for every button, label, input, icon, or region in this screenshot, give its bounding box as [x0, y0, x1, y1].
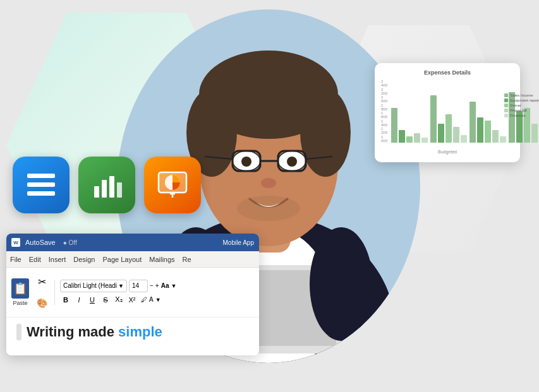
bar-3-2 — [477, 117, 483, 143]
chart-group-2 — [430, 95, 467, 143]
svg-rect-29 — [109, 176, 114, 198]
paste-label: Paste — [13, 300, 27, 306]
menu-page-layout[interactable]: Page Layout — [102, 256, 142, 263]
document-content-area[interactable]: Writing made simple — [6, 318, 259, 355]
y-label-8: 1 000 — [381, 135, 387, 143]
word-title-icon: W — [11, 238, 20, 247]
autosave-label: AutoSave — [25, 239, 56, 246]
legend-label-4: Phone bill — [510, 109, 526, 112]
svg-rect-25 — [27, 182, 55, 187]
chart-legend: Sales Income Equipment repair Dinner Pho… — [504, 93, 539, 117]
legend-item-1: Sales Income — [504, 93, 539, 97]
font-row-1: Calibri Light (Headi ▼ 14 − + Aa ▼ — [60, 280, 176, 292]
app-icons-row — [13, 157, 201, 213]
svg-point-17 — [287, 157, 297, 167]
font-color-arrow[interactable]: ▼ — [155, 297, 161, 303]
highlight-btn[interactable]: 🖊 — [141, 296, 147, 303]
chart-x-label: Budgeted — [381, 145, 514, 156]
bar-1-3 — [406, 136, 413, 143]
decrease-font[interactable]: − — [150, 282, 154, 289]
left-margin — [16, 324, 21, 340]
legend-label-3: Dinner — [510, 104, 521, 107]
legend-dot-5 — [504, 114, 508, 117]
bar-2-1 — [430, 95, 437, 143]
doc-with-margin: Writing made simple — [16, 324, 249, 340]
svg-point-18 — [261, 178, 276, 188]
svg-point-23 — [310, 227, 373, 341]
y-label-1: 2 400 — [381, 80, 387, 87]
font-color-btn[interactable]: A — [149, 296, 154, 303]
bar-4-4 — [531, 124, 538, 143]
menu-mailings[interactable]: Mailings — [149, 256, 174, 263]
y-label-6: 1 400 — [381, 119, 387, 127]
writing-text-highlight: simple — [118, 324, 162, 340]
chart-group-1 — [391, 108, 428, 143]
underline-button[interactable]: U — [87, 294, 98, 306]
bar-1-2 — [399, 130, 405, 143]
autosave-status: ● Off — [63, 239, 77, 246]
bar-2-3 — [445, 114, 452, 143]
svg-point-16 — [241, 157, 251, 167]
mobile-app-label: Mobile App — [223, 239, 254, 246]
excel-icon-svg — [89, 167, 124, 203]
bar-3-5 — [500, 136, 506, 143]
word-icon-svg — [23, 167, 59, 203]
menu-file[interactable]: File — [10, 256, 21, 263]
format-row: B I U S X₂ X² 🖊 A ▼ — [60, 294, 176, 306]
font-controls: Calibri Light (Headi ▼ 14 − + Aa ▼ B I U… — [60, 280, 176, 306]
increase-font[interactable]: + — [155, 282, 159, 289]
bar-2-2 — [438, 124, 444, 143]
legend-dot-3 — [504, 104, 508, 107]
legend-label-1: Sales Income — [510, 93, 533, 97]
legend-label-5: Finances — [510, 114, 525, 117]
format-painter-icon[interactable]: ✂ — [34, 271, 49, 292]
menu-design[interactable]: Design — [73, 256, 95, 263]
italic-button[interactable]: I — [73, 294, 85, 306]
svg-point-19 — [237, 196, 300, 221]
font-name-selector[interactable]: Calibri Light (Headi ▼ — [60, 280, 127, 292]
y-label-7: 1 200 — [381, 127, 387, 134]
toolbar-ribbon: 📋 Paste ✂ 🎨 Calibri Light (Headi ▼ 14 − … — [6, 268, 259, 318]
legend-item-2: Equipment repair — [504, 98, 539, 102]
scissors-icon[interactable]: 🎨 — [34, 293, 49, 313]
ribbon-divider — [54, 280, 55, 305]
legend-item-5: Finances — [504, 114, 539, 117]
y-label-3: 2 000 — [381, 95, 387, 103]
svg-rect-28 — [102, 180, 107, 198]
powerpoint-app-icon[interactable] — [144, 157, 201, 213]
change-case[interactable]: Aa — [161, 282, 169, 289]
legend-item-4: Phone bill — [504, 109, 539, 112]
bar-1-5 — [421, 138, 428, 143]
strikethrough-button[interactable]: S — [100, 294, 111, 306]
chart-bars-area: Sales Income Equipment repair Dinner Pho… — [389, 80, 539, 143]
menu-review[interactable]: Re — [183, 256, 191, 263]
menu-edit[interactable]: Edit — [29, 256, 41, 263]
bold-button[interactable]: B — [60, 294, 71, 306]
superscript-button[interactable]: X² — [126, 294, 138, 306]
font-size-selector[interactable]: 14 — [129, 280, 148, 292]
bar-2-4 — [453, 127, 459, 143]
y-label-4: 1 800 — [381, 104, 387, 111]
writing-text-container: Writing made simple — [27, 324, 162, 340]
font-options[interactable]: ▼ — [171, 283, 176, 289]
word-app-icon[interactable] — [13, 157, 70, 213]
legend-dot-1 — [504, 93, 508, 97]
excel-app-icon[interactable] — [78, 157, 135, 213]
svg-rect-30 — [117, 182, 122, 198]
chart-title: Expenses Details — [381, 69, 514, 76]
svg-point-8 — [300, 88, 351, 177]
y-label-2: 2 200 — [381, 88, 387, 95]
powerpoint-icon-svg — [155, 167, 190, 203]
legend-label-2: Equipment repair — [510, 98, 539, 102]
subscript-button[interactable]: X₂ — [113, 294, 124, 306]
svg-rect-26 — [27, 191, 55, 196]
paste-icon[interactable]: 📋 — [11, 278, 29, 299]
bar-3-3 — [485, 121, 491, 143]
legend-dot-4 — [504, 109, 508, 112]
bar-1-4 — [414, 133, 420, 143]
menu-insert[interactable]: Insert — [49, 256, 66, 263]
word-toolbar: W AutoSave ● Off Mobile App File Edit In… — [6, 234, 259, 355]
expenses-chart: Expenses Details 2 400 2 200 2 000 1 800… — [375, 63, 520, 162]
format-painter-group: ✂ 🎨 — [34, 271, 49, 313]
toolbar-title-bar: W AutoSave ● Off Mobile App — [6, 234, 259, 251]
